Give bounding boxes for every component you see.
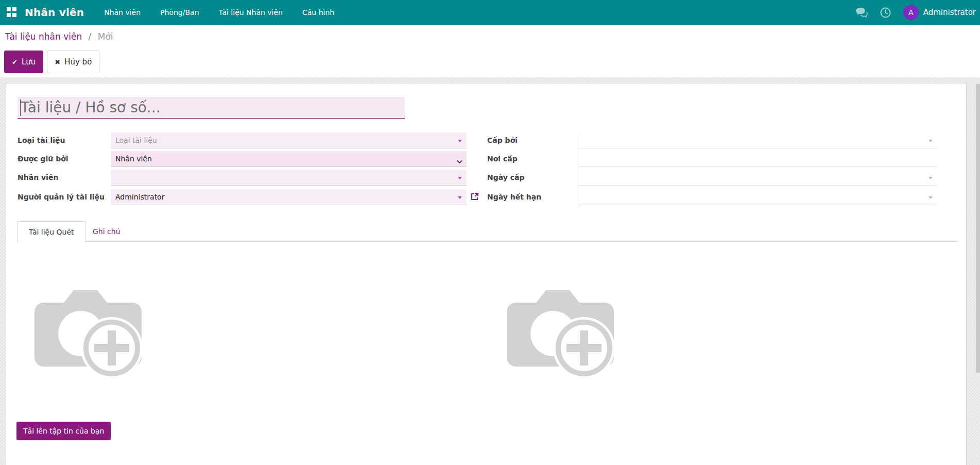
employee-input[interactable] (111, 170, 467, 185)
x-icon: ✖ (55, 58, 60, 66)
document-manager-field: Administrator (111, 189, 467, 205)
label-held-by: Được giữ bởi (18, 151, 108, 163)
issued-by-field (578, 132, 937, 148)
breadcrumb-separator: / (89, 31, 92, 42)
menu-departments[interactable]: Phòng/Ban (150, 0, 209, 25)
issued-by-input[interactable] (578, 132, 937, 148)
document-manager-value[interactable]: Administrator (111, 189, 467, 205)
external-link-icon[interactable] (470, 192, 479, 201)
apps-grid-dot (12, 7, 16, 11)
main-content-area: Loại tài liệu Được giữ bởi Nhân viên Ngư… (0, 77, 980, 465)
document-title-input[interactable] (18, 97, 405, 119)
label-document-type: Loại tài liệu (18, 132, 108, 144)
menu-employees[interactable]: Nhân viên (94, 0, 150, 25)
document-type-field (111, 132, 467, 148)
text-cursor (20, 99, 21, 116)
caret-down-icon[interactable] (929, 140, 933, 142)
top-navbar: Nhân viên Nhân viên Phòng/Ban Tài liệu N… (0, 0, 980, 25)
breadcrumb: Tài liệu nhân viên / Mới (5, 31, 113, 42)
action-buttons: ✔ Lưu ✖ Hủy bỏ (4, 51, 99, 73)
form-sheet: Loại tài liệu Được giữ bởi Nhân viên Ngư… (6, 83, 967, 465)
apps-grid-icon[interactable] (7, 7, 17, 18)
scan-back-camera-placeholder-icon[interactable] (504, 282, 618, 387)
app-brand: Nhân viên (25, 6, 84, 19)
employee-field (111, 170, 467, 186)
caret-down-icon[interactable] (458, 177, 462, 179)
issue-place-input[interactable] (578, 151, 937, 167)
label-issue-place: Nơi cấp (487, 151, 576, 163)
document-title-field-wrap (18, 97, 405, 119)
menu-employee-documents[interactable]: Tài liệu Nhân viên (209, 0, 293, 25)
tab-notes[interactable]: Ghi chú (82, 221, 131, 242)
apps-grid-dot (7, 13, 11, 17)
label-issue-date: Ngày cấp (487, 170, 576, 181)
document-type-input[interactable] (111, 132, 467, 148)
breadcrumb-parent[interactable]: Tài liệu nhân viên (5, 31, 82, 42)
expiry-date-field (578, 189, 937, 205)
held-by-value: Nhân viên (111, 151, 467, 167)
user-name[interactable]: Administrator (923, 8, 976, 17)
menu-configuration[interactable]: Cấu hình (293, 0, 344, 25)
issue-date-input[interactable] (578, 170, 937, 185)
discard-button[interactable]: ✖ Hủy bỏ (47, 51, 99, 73)
notebook-tabs: Tài liệu Quét Ghi chú (18, 221, 958, 242)
label-expiry-date: Ngày hết hạn (487, 189, 576, 201)
expiry-date-input[interactable] (578, 189, 937, 205)
user-avatar[interactable]: A (903, 5, 919, 20)
chevron-down-icon (457, 156, 462, 166)
caret-down-icon[interactable] (458, 140, 462, 142)
label-employee: Nhân viên (18, 170, 108, 181)
label-document-manager: Người quản lý tài liệu (18, 189, 108, 201)
discard-button-label: Hủy bỏ (64, 57, 92, 67)
main-menu: Nhân viên Phòng/Ban Tài liệu Nhân viên C… (94, 0, 344, 25)
scan-front-camera-placeholder-icon[interactable] (31, 282, 146, 387)
control-panel: Tài liệu nhân viên / Mới ✔ Lưu ✖ Hủy bỏ (0, 25, 980, 77)
tab-scanned-documents[interactable]: Tài liệu Quét (18, 221, 85, 242)
apps-grid-dot (12, 13, 16, 17)
check-icon: ✔ (12, 58, 18, 66)
navbar-right: A Administrator (855, 5, 980, 20)
held-by-select[interactable]: Nhân viên (111, 151, 467, 167)
issue-date-field (578, 170, 937, 186)
chat-bubbles-icon[interactable] (855, 7, 868, 18)
apps-grid-dot (7, 7, 11, 11)
activity-clock-icon[interactable] (880, 7, 891, 18)
issue-place-field (578, 151, 937, 167)
caret-down-icon[interactable] (458, 196, 462, 199)
caret-down-icon[interactable] (929, 177, 933, 179)
breadcrumb-current: Mới (98, 31, 113, 42)
label-issued-by: Cấp bởi (487, 132, 576, 144)
save-button[interactable]: ✔ Lưu (4, 51, 43, 73)
save-button-label: Lưu (22, 57, 36, 67)
vertical-scrollbar[interactable] (976, 84, 980, 373)
upload-file-button[interactable]: Tải lên tập tin của bạn (16, 422, 111, 440)
caret-down-icon[interactable] (929, 196, 933, 199)
